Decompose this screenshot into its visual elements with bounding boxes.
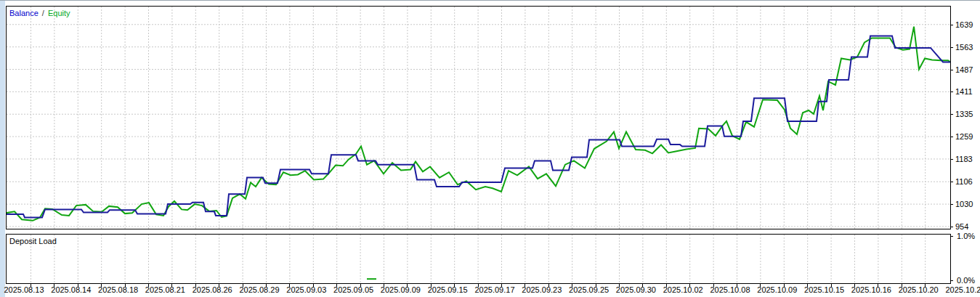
- y-tick-label: 1030: [955, 200, 973, 208]
- date-label: 2025.09.17: [468, 285, 522, 294]
- date-tick-mark: [548, 284, 549, 287]
- y-tick-mark: [950, 114, 953, 115]
- pct-tick-mark: [950, 236, 953, 237]
- tester-graph-screen: Balance / Equity Deposit Load 1639156314…: [0, 0, 980, 297]
- y-tick-label: 1411: [955, 87, 973, 96]
- date-tick-mark: [78, 284, 78, 287]
- legend-separator: /: [39, 9, 48, 17]
- date-label: 2025.09.03: [280, 285, 333, 294]
- y-tick-mark: [950, 159, 953, 160]
- date-tick-mark: [572, 284, 572, 287]
- date-tick-mark: [313, 284, 314, 287]
- date-label: 2025.08.21: [138, 285, 192, 294]
- date-tick-mark: [219, 284, 219, 287]
- date-tick-mark: [243, 284, 243, 287]
- date-tick-mark: [407, 284, 408, 287]
- date-tick-mark: [360, 284, 361, 287]
- date-tick-mark: [596, 284, 596, 287]
- y-tick-label: 1183: [955, 155, 973, 163]
- date-label: 2025.09.09: [373, 285, 427, 294]
- deposit-load-title: Deposit Load: [9, 237, 57, 245]
- date-label: 2025.08.18: [92, 285, 145, 294]
- date-tick-mark: [642, 284, 643, 287]
- date-tick-mark: [666, 284, 667, 287]
- date-label: 2025.10.20: [891, 285, 945, 294]
- y-tick-mark: [950, 70, 953, 70]
- date-tick-mark: [54, 284, 54, 287]
- date-label: 2025.09.30: [609, 285, 663, 294]
- top-edge-line: [0, 0, 980, 1]
- y-tick-mark: [950, 47, 953, 48]
- chart-legend: Balance / Equity: [9, 9, 70, 18]
- date-tick-mark: [289, 284, 290, 287]
- date-tick-mark: [478, 284, 479, 287]
- date-label: 2025.10.15: [798, 285, 851, 294]
- date-tick-mark: [902, 284, 902, 287]
- y-tick-mark: [950, 182, 953, 182]
- date-tick-mark: [689, 284, 690, 287]
- date-label: 2025.10.16: [844, 285, 898, 294]
- deposit-max-label: 1.0%: [955, 232, 975, 240]
- y-tick-label: 1259: [955, 132, 973, 141]
- y-tick-mark: [950, 137, 953, 137]
- date-tick-mark: [266, 284, 267, 287]
- y-tick-label: 1106: [955, 177, 973, 186]
- date-label: 2025.08.26: [185, 285, 239, 294]
- date-label: 2025.08.13: [0, 285, 51, 294]
- date-tick-mark: [31, 284, 31, 287]
- date-tick-mark: [525, 284, 525, 287]
- deposit-load-plot: [7, 235, 950, 283]
- date-tick-mark: [431, 284, 432, 287]
- date-tick-mark: [831, 284, 832, 287]
- left-margin-strip: [0, 0, 5, 297]
- y-tick-mark: [950, 91, 953, 92]
- y-tick-mark: [950, 25, 953, 25]
- date-tick-mark: [336, 284, 337, 287]
- y-tick-mark: [950, 227, 953, 227]
- legend-balance-label: Balance: [9, 9, 39, 17]
- date-tick-mark: [784, 284, 785, 287]
- date-tick-mark: [195, 284, 196, 287]
- date-label: 2025.09.25: [562, 285, 616, 294]
- deposit-min-label: 0.0%: [955, 276, 975, 285]
- date-label: 2025.09.15: [421, 285, 474, 294]
- date-label: 2025.09.05: [327, 285, 381, 294]
- date-tick-mark: [925, 284, 926, 287]
- y-tick-label: 1639: [955, 20, 973, 29]
- date-label: 2025.10.08: [703, 285, 757, 294]
- y-tick-label: 1563: [955, 43, 973, 52]
- balance-equity-chart-panel[interactable]: Balance / Equity: [6, 6, 951, 229]
- date-tick-mark: [125, 284, 126, 287]
- date-tick-mark: [854, 284, 855, 287]
- deposit-load-panel[interactable]: Deposit Load: [6, 234, 951, 284]
- date-label: 2025.08.14: [44, 285, 98, 294]
- date-label: 2025.09.23: [515, 285, 569, 294]
- date-tick-mark: [101, 284, 102, 287]
- date-tick-mark: [713, 284, 714, 287]
- y-tick-label: 1487: [955, 65, 973, 74]
- date-tick-mark: [878, 284, 878, 287]
- date-tick-mark: [760, 284, 761, 287]
- date-tick-mark: [384, 284, 384, 287]
- balance-equity-plot: [7, 7, 950, 229]
- date-label: 2025.10.02: [656, 285, 710, 294]
- y-tick-mark: [950, 204, 953, 205]
- date-label: 2025.08.29: [232, 285, 286, 294]
- pct-tick-mark: [950, 280, 953, 281]
- date-tick-mark: [807, 284, 808, 287]
- y-tick-label: 1335: [955, 110, 973, 118]
- y-tick-label: 954: [955, 222, 968, 231]
- date-tick-mark: [171, 284, 172, 287]
- date-tick-mark: [501, 284, 502, 287]
- date-tick-mark: [737, 284, 737, 287]
- legend-equity-label: Equity: [48, 9, 70, 17]
- date-label: 2025.10.09: [750, 285, 804, 294]
- date-tick-mark: [148, 284, 149, 287]
- date-tick-mark: [454, 284, 455, 287]
- date-tick-mark: [619, 284, 620, 287]
- date-label: 2025.10.23: [939, 285, 980, 294]
